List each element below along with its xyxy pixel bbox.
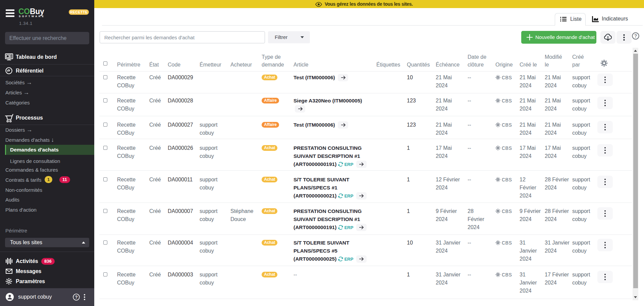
svg-text:?: ? [75, 295, 78, 300]
svg-text:?: ? [634, 33, 637, 39]
